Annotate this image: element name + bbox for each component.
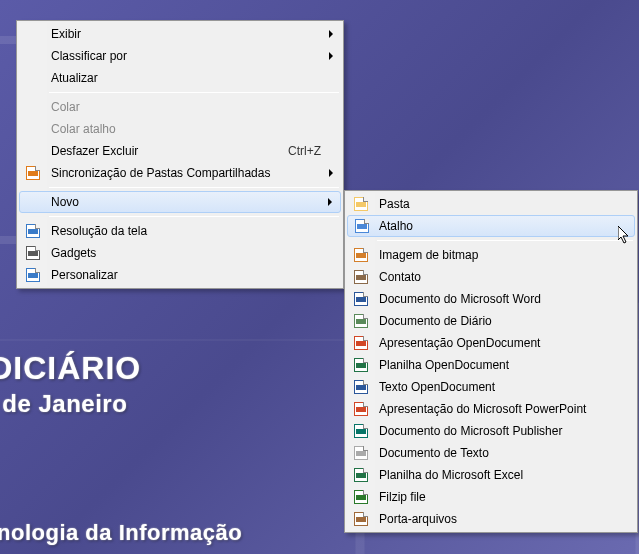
menu-item-label: Desfazer Excluir xyxy=(51,144,288,158)
apresenta-o-opendocument-icon xyxy=(353,335,369,351)
menu-item-label: Texto OpenDocument xyxy=(379,380,615,394)
menu-item-label: Atualizar xyxy=(51,71,321,85)
menu-item-pasta[interactable]: Pasta xyxy=(347,193,635,215)
menu-item-apresenta-o-opendocument[interactable]: Apresentação OpenDocument xyxy=(347,332,635,354)
menu-item-label: Colar xyxy=(51,100,321,114)
menu-item-label: Documento do Microsoft Word xyxy=(379,292,615,306)
menu-item-colar: Colar xyxy=(19,96,341,118)
atalho-icon xyxy=(354,218,370,234)
submenu-arrow-icon xyxy=(329,30,333,38)
menu-item-sincroniza-o-de-pastas-compartilhadas[interactable]: Sincronização de Pastas Compartilhadas xyxy=(19,162,341,184)
texto-opendocument-icon xyxy=(353,379,369,395)
menu-item-apresenta-o-do-microsoft-powerpoint[interactable]: Apresentação do Microsoft PowerPoint xyxy=(347,398,635,420)
menu-item-personalizar[interactable]: Personalizar xyxy=(19,264,341,286)
menu-separator xyxy=(49,216,339,217)
novo-submenu[interactable]: PastaAtalhoImagem de bitmapContatoDocume… xyxy=(344,190,638,533)
menu-item-atualizar[interactable]: Atualizar xyxy=(19,67,341,89)
resolu-o-da-tela-icon xyxy=(25,223,41,239)
menu-item-label: Filzip file xyxy=(379,490,615,504)
documento-de-texto-icon xyxy=(353,445,369,461)
menu-item-label: Gadgets xyxy=(51,246,321,260)
planilha-opendocument-icon xyxy=(353,357,369,373)
menu-item-label: Personalizar xyxy=(51,268,321,282)
sincroniza-o-de-pastas-compartilhadas-icon xyxy=(25,165,41,181)
menu-item-texto-opendocument[interactable]: Texto OpenDocument xyxy=(347,376,635,398)
bg-text-1: ER JUDICIÁRIO xyxy=(0,350,141,387)
menu-item-classificar-por[interactable]: Classificar por xyxy=(19,45,341,67)
menu-item-atalho[interactable]: Atalho xyxy=(347,215,635,237)
menu-item-label: Atalho xyxy=(379,219,615,233)
menu-item-label: Apresentação OpenDocument xyxy=(379,336,615,350)
menu-item-novo[interactable]: Novo xyxy=(19,191,341,213)
apresenta-o-do-microsoft-powerpoint-icon xyxy=(353,401,369,417)
menu-item-planilha-opendocument[interactable]: Planilha OpenDocument xyxy=(347,354,635,376)
menu-item-filzip-file[interactable]: Filzip file xyxy=(347,486,635,508)
menu-separator xyxy=(49,92,339,93)
gadgets-icon xyxy=(25,245,41,261)
menu-item-label: Classificar por xyxy=(51,49,321,63)
bg-text-2: do do Rio de Janeiro xyxy=(0,390,127,418)
menu-item-label: Exibir xyxy=(51,27,321,41)
submenu-arrow-icon xyxy=(329,169,333,177)
submenu-arrow-icon xyxy=(329,52,333,60)
menu-item-label: Planilha OpenDocument xyxy=(379,358,615,372)
menu-item-label: Imagem de bitmap xyxy=(379,248,615,262)
menu-item-label: Resolução da tela xyxy=(51,224,321,238)
documento-do-microsoft-word-icon xyxy=(353,291,369,307)
menu-item-label: Planilha do Microsoft Excel xyxy=(379,468,615,482)
menu-item-documento-do-microsoft-word[interactable]: Documento do Microsoft Word xyxy=(347,288,635,310)
filzip-file-icon xyxy=(353,489,369,505)
menu-item-label: Documento de Diário xyxy=(379,314,615,328)
menu-item-label: Colar atalho xyxy=(51,122,321,136)
personalizar-icon xyxy=(25,267,41,283)
menu-item-label: Documento de Texto xyxy=(379,446,615,460)
menu-item-colar-atalho: Colar atalho xyxy=(19,118,341,140)
menu-separator xyxy=(377,240,633,241)
desktop-context-menu[interactable]: ExibirClassificar porAtualizarColarColar… xyxy=(16,20,344,289)
menu-item-resolu-o-da-tela[interactable]: Resolução da tela xyxy=(19,220,341,242)
menu-item-documento-do-microsoft-publisher[interactable]: Documento do Microsoft Publisher xyxy=(347,420,635,442)
menu-item-label: Pasta xyxy=(379,197,615,211)
imagem-de-bitmap-icon xyxy=(353,247,369,263)
menu-item-label: Apresentação do Microsoft PowerPoint xyxy=(379,402,615,416)
documento-do-microsoft-publisher-icon xyxy=(353,423,369,439)
menu-item-accelerator: Ctrl+Z xyxy=(288,144,321,158)
menu-item-porta-arquivos[interactable]: Porta-arquivos xyxy=(347,508,635,530)
porta-arquivos-icon xyxy=(353,511,369,527)
menu-item-gadgets[interactable]: Gadgets xyxy=(19,242,341,264)
menu-item-imagem-de-bitmap[interactable]: Imagem de bitmap xyxy=(347,244,635,266)
menu-item-documento-de-di-rio[interactable]: Documento de Diário xyxy=(347,310,635,332)
menu-item-label: Porta-arquivos xyxy=(379,512,615,526)
pasta-icon xyxy=(353,196,369,212)
menu-item-exibir[interactable]: Exibir xyxy=(19,23,341,45)
submenu-arrow-icon xyxy=(328,198,332,206)
menu-item-label: Documento do Microsoft Publisher xyxy=(379,424,615,438)
menu-item-documento-de-texto[interactable]: Documento de Texto xyxy=(347,442,635,464)
menu-item-planilha-do-microsoft-excel[interactable]: Planilha do Microsoft Excel xyxy=(347,464,635,486)
planilha-do-microsoft-excel-icon xyxy=(353,467,369,483)
menu-item-desfazer-excluir[interactable]: Desfazer ExcluirCtrl+Z xyxy=(19,140,341,162)
contato-icon xyxy=(353,269,369,285)
menu-separator xyxy=(49,187,339,188)
menu-item-label: Contato xyxy=(379,270,615,284)
documento-de-di-rio-icon xyxy=(353,313,369,329)
bg-text-3: al de Tecnologia da Informação xyxy=(0,520,242,546)
menu-item-label: Sincronização de Pastas Compartilhadas xyxy=(51,166,321,180)
menu-item-contato[interactable]: Contato xyxy=(347,266,635,288)
menu-item-label: Novo xyxy=(51,195,321,209)
